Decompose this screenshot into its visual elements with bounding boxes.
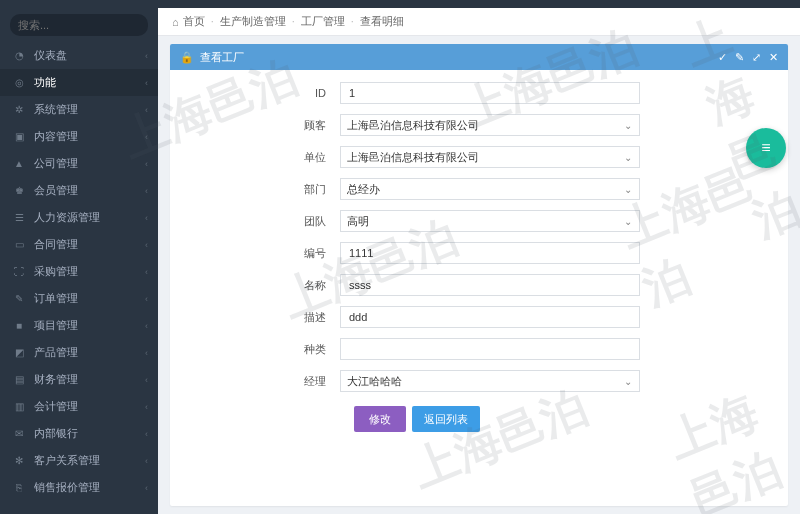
sidebar-icon: ▲ — [12, 157, 26, 171]
fab-menu-button[interactable]: ≡ — [746, 128, 786, 168]
sidebar-item-label: 客户关系管理 — [34, 453, 100, 468]
sidebar-item-4[interactable]: ▲公司管理‹ — [0, 150, 158, 177]
sidebar-item-label: 功能 — [34, 75, 56, 90]
search-box — [0, 8, 158, 42]
form-row-kind: 种类 — [190, 338, 768, 360]
panel-tool-close-icon[interactable]: ✕ — [769, 51, 778, 64]
sidebar-item-3[interactable]: ▣内容管理‹ — [0, 123, 158, 150]
sidebar-icon: ▥ — [12, 400, 26, 414]
sidebar-item-label: 项目管理 — [34, 318, 78, 333]
sidebar-item-label: 订单管理 — [34, 291, 78, 306]
id-input[interactable] — [340, 82, 640, 104]
form-row-customer: 顾客上海邑泊信息科技有限公司⌄ — [190, 114, 768, 136]
back-to-list-button[interactable]: 返回列表 — [412, 406, 480, 432]
breadcrumb-item: 查看明细 — [360, 15, 404, 27]
panel-tool-edit-icon[interactable]: ✎ — [735, 51, 744, 64]
form: ID顾客上海邑泊信息科技有限公司⌄单位上海邑泊信息科技有限公司⌄部门总经办⌄团队… — [170, 70, 788, 452]
unit-label: 单位 — [190, 150, 340, 165]
chevron-left-icon: ‹ — [145, 402, 148, 412]
sidebar: ◔仪表盘‹◎功能‹✲系统管理‹▣内容管理‹▲公司管理‹♚会员管理‹☰人力资源管理… — [0, 8, 158, 514]
form-row-manager: 经理大江哈哈哈⌄ — [190, 370, 768, 392]
form-row-unit: 单位上海邑泊信息科技有限公司⌄ — [190, 146, 768, 168]
sidebar-icon: ▭ — [12, 238, 26, 252]
chevron-left-icon: ‹ — [145, 159, 148, 169]
sidebar-item-8[interactable]: ⛶采购管理‹ — [0, 258, 158, 285]
panel-tool-expand-icon[interactable]: ⤢ — [752, 51, 761, 64]
customer-select[interactable]: 上海邑泊信息科技有限公司 — [340, 114, 640, 136]
panel: 🔒 查看工厂 ✓ ✎ ⤢ ✕ ID顾客上海邑泊信息科技有限公司⌄单位上海邑泊信息… — [170, 44, 788, 506]
team-select[interactable]: 高明 — [340, 210, 640, 232]
code-input[interactable] — [340, 242, 640, 264]
sidebar-item-label: 会计管理 — [34, 399, 78, 414]
sidebar-item-10[interactable]: ■项目管理‹ — [0, 312, 158, 339]
manager-select[interactable]: 大江哈哈哈 — [340, 370, 640, 392]
sidebar-item-12[interactable]: ▤财务管理‹ — [0, 366, 158, 393]
sidebar-item-7[interactable]: ▭合同管理‹ — [0, 231, 158, 258]
chevron-left-icon: ‹ — [145, 51, 148, 61]
chevron-left-icon: ‹ — [145, 78, 148, 88]
sidebar-item-16[interactable]: ⎘销售报价管理‹ — [0, 474, 158, 501]
chevron-left-icon: ‹ — [145, 429, 148, 439]
topbar — [0, 0, 800, 8]
breadcrumb-item[interactable]: 工厂管理 — [301, 15, 345, 27]
breadcrumb-separator: · — [351, 15, 354, 27]
sidebar-item-5[interactable]: ♚会员管理‹ — [0, 177, 158, 204]
kind-label: 种类 — [190, 342, 340, 357]
sidebar-item-label: 系统管理 — [34, 102, 78, 117]
dept-label: 部门 — [190, 182, 340, 197]
sidebar-icon: ✉ — [12, 427, 26, 441]
sidebar-item-label: 产品管理 — [34, 345, 78, 360]
chevron-left-icon: ‹ — [145, 132, 148, 142]
sidebar-icon: ♚ — [12, 184, 26, 198]
chevron-left-icon: ‹ — [145, 294, 148, 304]
main: ⌂ 首页·生产制造管理·工厂管理·查看明细 🔒 查看工厂 ✓ ✎ ⤢ ✕ ID顾… — [158, 8, 800, 514]
sidebar-item-2[interactable]: ✲系统管理‹ — [0, 96, 158, 123]
chevron-left-icon: ‹ — [145, 240, 148, 250]
sidebar-item-9[interactable]: ✎订单管理‹ — [0, 285, 158, 312]
sidebar-item-1[interactable]: ◎功能‹ — [0, 69, 158, 96]
sidebar-icon: ▤ — [12, 373, 26, 387]
sidebar-item-13[interactable]: ▥会计管理‹ — [0, 393, 158, 420]
sidebar-icon: ■ — [12, 319, 26, 333]
panel-title: 查看工厂 — [200, 50, 244, 65]
sidebar-item-label: 会员管理 — [34, 183, 78, 198]
sidebar-icon: ⎘ — [12, 481, 26, 495]
chevron-left-icon: ‹ — [145, 321, 148, 331]
breadcrumb-item[interactable]: 首页 — [183, 15, 205, 27]
sidebar-item-14[interactable]: ✉内部银行‹ — [0, 420, 158, 447]
sidebar-item-0[interactable]: ◔仪表盘‹ — [0, 42, 158, 69]
form-row-id: ID — [190, 82, 768, 104]
form-row-team: 团队高明⌄ — [190, 210, 768, 232]
edit-button[interactable]: 修改 — [354, 406, 406, 432]
chevron-left-icon: ‹ — [145, 375, 148, 385]
form-row-desc: 描述 — [190, 306, 768, 328]
desc-input[interactable] — [340, 306, 640, 328]
sidebar-item-label: 公司管理 — [34, 156, 78, 171]
breadcrumb-item[interactable]: 生产制造管理 — [220, 15, 286, 27]
name-input[interactable] — [340, 274, 640, 296]
panel-tool-check-icon[interactable]: ✓ — [718, 51, 727, 64]
sidebar-item-11[interactable]: ◩产品管理‹ — [0, 339, 158, 366]
chevron-left-icon: ‹ — [145, 213, 148, 223]
sidebar-nav: ◔仪表盘‹◎功能‹✲系统管理‹▣内容管理‹▲公司管理‹♚会员管理‹☰人力资源管理… — [0, 42, 158, 514]
home-icon: ⌂ — [172, 16, 179, 28]
sidebar-item-6[interactable]: ☰人力资源管理‹ — [0, 204, 158, 231]
sidebar-item-label: 财务管理 — [34, 372, 78, 387]
sidebar-item-label: 销售报价管理 — [34, 480, 100, 495]
sidebar-item-label: 内部银行 — [34, 426, 78, 441]
name-label: 名称 — [190, 278, 340, 293]
desc-label: 描述 — [190, 310, 340, 325]
search-input[interactable] — [10, 14, 148, 36]
chevron-left-icon: ‹ — [145, 105, 148, 115]
chevron-left-icon: ‹ — [145, 456, 148, 466]
breadcrumb-separator: · — [292, 15, 295, 27]
sidebar-icon: ✎ — [12, 292, 26, 306]
sidebar-icon: ☰ — [12, 211, 26, 225]
dept-select[interactable]: 总经办 — [340, 178, 640, 200]
unit-select[interactable]: 上海邑泊信息科技有限公司 — [340, 146, 640, 168]
team-label: 团队 — [190, 214, 340, 229]
form-row-code: 编号 — [190, 242, 768, 264]
sidebar-icon: ◎ — [12, 76, 26, 90]
sidebar-item-15[interactable]: ✻客户关系管理‹ — [0, 447, 158, 474]
kind-input[interactable] — [340, 338, 640, 360]
